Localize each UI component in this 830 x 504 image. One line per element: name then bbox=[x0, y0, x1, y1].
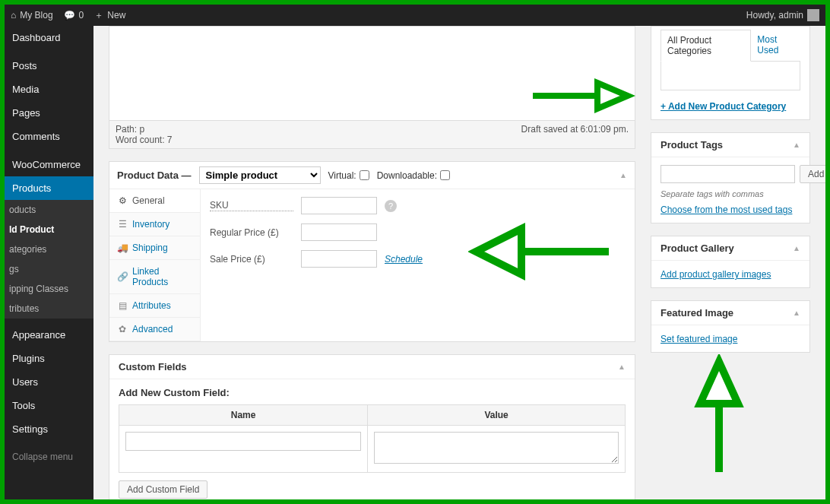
regular-price-input[interactable] bbox=[301, 223, 377, 241]
adminbar-site-link[interactable]: ⌂ My Blog bbox=[11, 10, 53, 21]
sidebar-sub-add-product[interactable]: ld Product bbox=[5, 220, 93, 239]
sidebar-item-pages[interactable]: Pages bbox=[5, 101, 93, 125]
word-count-value: 7 bbox=[167, 135, 173, 145]
sidebar-item-woocommerce[interactable]: WooCommerce bbox=[5, 153, 93, 176]
product-tags-title: Product Tags bbox=[661, 139, 723, 151]
featured-image-box: Featured Image ▲ Set featured image bbox=[651, 300, 810, 353]
sidebar-sub-tags[interactable]: gs bbox=[5, 259, 93, 279]
sidebar-item-media[interactable]: Media bbox=[5, 78, 93, 101]
custom-fields-table: Name Value bbox=[119, 404, 626, 473]
cat-tab-most-used[interactable]: Most Used bbox=[751, 30, 800, 61]
featured-image-title: Featured Image bbox=[661, 307, 733, 319]
sidebar-sub-categories[interactable]: ategories bbox=[5, 239, 93, 259]
word-count-label: Word count: bbox=[116, 135, 164, 145]
sidebar-item-dashboard[interactable]: Dashboard bbox=[5, 26, 93, 49]
add-gallery-images-link[interactable]: Add product gallery images bbox=[661, 269, 771, 280]
sidebar-item-products[interactable]: Products bbox=[5, 176, 93, 200]
pd-tab-general[interactable]: ⚙General bbox=[109, 189, 200, 213]
pd-tab-linked-products[interactable]: 🔗Linked Products bbox=[109, 260, 200, 294]
cf-name-input[interactable] bbox=[125, 432, 361, 451]
sidebar-item-appearance[interactable]: Appearance bbox=[5, 323, 93, 347]
schedule-link[interactable]: Schedule bbox=[385, 254, 423, 265]
set-featured-image-link[interactable]: Set featured image bbox=[661, 334, 737, 344]
pd-tab-advanced[interactable]: ✿Advanced bbox=[109, 318, 200, 341]
choose-most-used-tags-link[interactable]: Choose from the most used tags bbox=[661, 204, 792, 215]
product-data-title: Product Data — bbox=[117, 170, 192, 181]
cf-col-value: Value bbox=[368, 405, 626, 426]
content-editor[interactable] bbox=[109, 26, 635, 121]
cf-col-name: Name bbox=[119, 405, 368, 426]
toggle-product-data-icon[interactable]: ▲ bbox=[619, 171, 627, 179]
sliders-icon: ⚙ bbox=[117, 195, 128, 206]
collapse-menu[interactable]: Collapse menu bbox=[5, 445, 93, 468]
sidebar-item-users[interactable]: Users bbox=[5, 370, 93, 394]
sale-price-label: Sale Price (£) bbox=[210, 254, 293, 265]
pd-tab-attributes[interactable]: ▤Attributes bbox=[109, 294, 200, 318]
pd-tab-inventory[interactable]: ☰Inventory bbox=[109, 213, 200, 236]
howdy-text: Howdy, admin bbox=[746, 10, 803, 21]
home-icon: ⌂ bbox=[11, 10, 16, 21]
inventory-icon: ☰ bbox=[117, 219, 128, 230]
link-icon: 🔗 bbox=[117, 271, 128, 282]
editor-path-label: Path: bbox=[116, 124, 137, 135]
product-data-tabs: ⚙General ☰Inventory 🚚Shipping 🔗Linked Pr… bbox=[109, 189, 201, 341]
sale-price-input[interactable] bbox=[301, 250, 377, 268]
custom-fields-title: Custom Fields bbox=[119, 361, 187, 372]
category-list[interactable] bbox=[661, 62, 800, 90]
table-row bbox=[119, 426, 626, 473]
add-custom-field-button[interactable]: Add Custom Field bbox=[119, 480, 208, 499]
product-type-select[interactable]: Simple product bbox=[199, 166, 321, 184]
sidebar-item-plugins[interactable]: Plugins bbox=[5, 347, 93, 370]
sidebar-item-comments[interactable]: Comments bbox=[5, 125, 93, 148]
draft-saved-text: Draft saved at 6:01:09 pm. bbox=[173, 124, 629, 145]
sidebar-item-posts[interactable]: Posts bbox=[5, 54, 93, 78]
product-gallery-box: Product Gallery ▲ Add product gallery im… bbox=[651, 236, 810, 288]
plus-icon: ＋ bbox=[94, 9, 103, 22]
add-tag-button[interactable]: Add bbox=[800, 165, 825, 183]
sidebar-sub-products[interactable]: oducts bbox=[5, 200, 93, 220]
editor-path-value: p bbox=[139, 124, 144, 135]
admin-sidebar: Dashboard Posts Media Pages Comments Woo… bbox=[5, 26, 93, 499]
sidebar-item-tools[interactable]: Tools bbox=[5, 394, 93, 417]
add-new-category-link[interactable]: + Add New Product Category bbox=[661, 101, 786, 112]
sidebar-item-settings[interactable]: Settings bbox=[5, 417, 93, 441]
virtual-checkbox-label: Virtual: bbox=[328, 170, 369, 181]
adminbar-new-link[interactable]: ＋ New bbox=[94, 9, 125, 22]
sidebar-sub-shipping-classes[interactable]: ipping Classes bbox=[5, 279, 93, 299]
sidebar-submenu-products: oducts ld Product ategories gs ipping Cl… bbox=[5, 200, 93, 319]
truck-icon: 🚚 bbox=[117, 242, 128, 253]
help-icon[interactable]: ? bbox=[385, 200, 397, 212]
sidebar-sub-attributes[interactable]: tributes bbox=[5, 299, 93, 319]
admin-bar: ⌂ My Blog 💬 0 ＋ New Howdy, admin bbox=[5, 5, 825, 26]
cf-value-input[interactable] bbox=[374, 432, 619, 464]
adminbar-new-label: New bbox=[107, 10, 125, 21]
avatar bbox=[807, 9, 819, 21]
tags-hint: Separate tags with commas bbox=[661, 189, 800, 198]
toggle-custom-fields-icon[interactable]: ▲ bbox=[618, 363, 626, 371]
comment-icon: 💬 bbox=[64, 10, 75, 21]
downloadable-checkbox[interactable] bbox=[440, 170, 450, 180]
toggle-featured-icon[interactable]: ▲ bbox=[793, 309, 800, 317]
adminbar-comments-count: 0 bbox=[79, 10, 84, 21]
toggle-tags-icon[interactable]: ▲ bbox=[793, 141, 800, 149]
cat-tab-all[interactable]: All Product Categories bbox=[661, 30, 751, 62]
editor-status-bar: Path: p Word count: 7 Draft saved at 6:0… bbox=[109, 121, 635, 149]
attributes-icon: ▤ bbox=[117, 300, 128, 311]
downloadable-checkbox-label: Downloadable: bbox=[377, 170, 450, 181]
sku-input[interactable] bbox=[301, 197, 377, 214]
virtual-checkbox[interactable] bbox=[360, 170, 369, 180]
custom-fields-panel: Custom Fields ▲ Add New Custom Field: Na… bbox=[109, 354, 635, 499]
product-categories-box: All Product Categories Most Used + Add N… bbox=[651, 26, 810, 120]
tag-input[interactable] bbox=[661, 165, 795, 183]
toggle-gallery-icon[interactable]: ▲ bbox=[793, 244, 800, 252]
product-gallery-title: Product Gallery bbox=[661, 242, 734, 254]
pd-tab-shipping[interactable]: 🚚Shipping bbox=[109, 236, 200, 260]
adminbar-site-name: My Blog bbox=[20, 10, 52, 21]
adminbar-comments-link[interactable]: 💬 0 bbox=[64, 10, 84, 21]
gear-icon: ✿ bbox=[117, 324, 128, 334]
regular-price-label: Regular Price (£) bbox=[210, 227, 293, 238]
adminbar-howdy[interactable]: Howdy, admin bbox=[746, 9, 819, 21]
add-custom-field-heading: Add New Custom Field: bbox=[119, 387, 626, 398]
product-data-panel: Product Data — Simple product Virtual: D… bbox=[109, 161, 635, 342]
product-tags-box: Product Tags ▲ Add Separate tags with co… bbox=[651, 132, 810, 223]
